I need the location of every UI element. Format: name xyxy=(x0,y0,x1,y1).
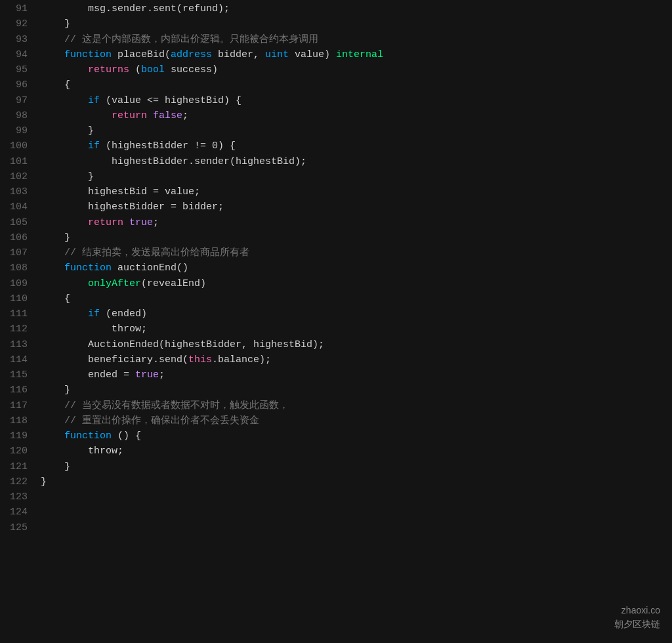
token: (ended) xyxy=(100,308,147,320)
code-line: // 这是个内部函数，内部出价逻辑。只能被合约本身调用 xyxy=(41,32,672,47)
code-line: // 重置出价操作，确保出价者不会丢失资金 xyxy=(41,413,672,428)
line-number: 117 xyxy=(0,398,28,413)
code-line: ended = true; xyxy=(41,367,672,383)
code-line: if (highestBidder != 0) { xyxy=(41,138,672,154)
token: msg.sender.sent(refund); xyxy=(41,3,230,14)
token xyxy=(41,110,112,121)
token: highestBidder.sender(highestBid); xyxy=(41,156,306,167)
token: return xyxy=(88,217,123,228)
line-number: 110 xyxy=(0,291,28,306)
token: if xyxy=(88,95,100,106)
token: // 当交易没有数据或者数据不对时，触发此函数， xyxy=(41,400,289,411)
token: (value <= highestBid) { xyxy=(100,95,242,106)
token: } xyxy=(41,125,94,136)
code-line: highestBid = value; xyxy=(41,184,672,199)
line-number: 109 xyxy=(0,276,28,291)
token: return xyxy=(112,110,147,121)
line-number: 122 xyxy=(0,474,28,489)
code-line: throw; xyxy=(41,444,672,459)
code-line: // 结束拍卖，发送最高出价给商品所有者 xyxy=(41,245,672,260)
line-number: 97 xyxy=(0,93,28,108)
token: (highestBidder != 0) { xyxy=(100,140,236,152)
watermark-line2: 朝夕区块链 xyxy=(614,619,660,629)
code-line: highestBidder.sender(highestBid); xyxy=(41,154,672,169)
line-number: 125 xyxy=(0,520,28,535)
code-line: } xyxy=(41,383,672,398)
code-line: if (ended) xyxy=(41,306,672,322)
code-line: } xyxy=(41,474,672,489)
token: highestBidder = bidder; xyxy=(41,201,224,213)
code-line: returns (bool success) xyxy=(41,62,672,77)
line-number: 119 xyxy=(0,428,28,444)
line-number: 114 xyxy=(0,352,28,367)
token: auctionEnd() xyxy=(112,262,188,274)
line-number: 95 xyxy=(0,62,28,77)
code-line: // 当交易没有数据或者数据不对时，触发此函数， xyxy=(41,398,672,413)
line-number: 106 xyxy=(0,230,28,245)
code-line: } xyxy=(41,16,672,31)
code-line: { xyxy=(41,77,672,93)
token: placeBid( xyxy=(112,49,171,60)
line-number: 108 xyxy=(0,260,28,276)
token: success) xyxy=(165,64,218,75)
token: internal xyxy=(336,49,383,60)
token: // 结束拍卖，发送最高出价给商品所有者 xyxy=(41,247,249,259)
code-line: beneficiary.send(this.balance); xyxy=(41,352,672,367)
code-line: highestBidder = bidder; xyxy=(41,199,672,215)
token: } xyxy=(41,384,70,396)
token xyxy=(41,430,64,442)
token: } xyxy=(41,476,47,487)
token: // 重置出价操作，确保出价者不会丢失资金 xyxy=(41,415,259,426)
token: address xyxy=(171,49,212,60)
token: .balance); xyxy=(212,354,271,365)
code-line: AuctionEnded(highestBidder, highestBid); xyxy=(41,337,672,352)
line-number: 99 xyxy=(0,123,28,138)
line-number: 107 xyxy=(0,245,28,260)
line-number: 112 xyxy=(0,322,28,337)
code-line: function auctionEnd() xyxy=(41,260,672,276)
token: this xyxy=(188,354,212,365)
code-line: } xyxy=(41,123,672,138)
code-line: } xyxy=(41,459,672,474)
token: (revealEnd) xyxy=(141,278,206,289)
token: ; xyxy=(159,369,165,381)
line-number: 96 xyxy=(0,77,28,93)
token xyxy=(41,64,88,75)
token: highestBid = value; xyxy=(41,186,200,197)
token: } xyxy=(41,461,70,472)
code-line: onlyAfter(revealEnd) xyxy=(41,276,672,291)
line-number: 121 xyxy=(0,459,28,474)
token: true xyxy=(135,369,159,381)
token xyxy=(41,262,64,274)
code-line: return true; xyxy=(41,215,672,230)
token: ; xyxy=(153,217,159,228)
token: { xyxy=(41,293,70,304)
token: // 这是个内部函数，内部出价逻辑。只能被合约本身调用 xyxy=(41,34,318,45)
token: function xyxy=(64,49,112,60)
token: ( xyxy=(129,64,141,75)
code-line: throw; xyxy=(41,322,672,337)
code-line: } xyxy=(41,230,672,245)
token: throw; xyxy=(41,323,147,335)
token: throw; xyxy=(41,446,123,457)
line-number: 120 xyxy=(0,444,28,459)
token xyxy=(41,140,88,152)
code-line: function () { xyxy=(41,428,672,444)
line-number: 103 xyxy=(0,184,28,199)
token: bidder, xyxy=(212,49,265,60)
token xyxy=(123,217,129,228)
token: if xyxy=(88,308,100,320)
line-number: 105 xyxy=(0,215,28,230)
code-editor: 9192939495969798991001011021031041051061… xyxy=(0,0,672,643)
code-line: function placeBid(address bidder, uint v… xyxy=(41,47,672,62)
token: { xyxy=(41,79,70,91)
code-line: return false; xyxy=(41,108,672,123)
token: } xyxy=(41,232,70,243)
token: () { xyxy=(112,430,141,442)
token: AuctionEnded(highestBidder, highestBid); xyxy=(41,339,324,350)
line-number: 116 xyxy=(0,383,28,398)
line-numbers: 9192939495969798991001011021031041051061… xyxy=(0,0,34,643)
line-number: 91 xyxy=(0,1,28,16)
line-number: 92 xyxy=(0,16,28,31)
token xyxy=(41,95,88,106)
